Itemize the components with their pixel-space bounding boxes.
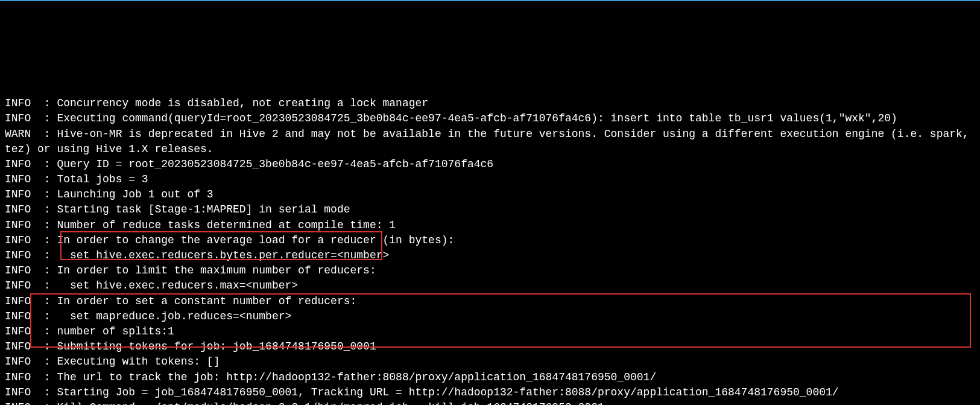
log-line: INFO : set hive.exec.reducers.max=<numbe… bbox=[5, 278, 975, 293]
log-message: : Hive-on-MR is deprecated in Hive 2 and… bbox=[5, 128, 975, 155]
log-level: INFO bbox=[5, 188, 37, 200]
log-line: INFO : Executing with tokens: [] bbox=[5, 354, 975, 369]
log-message: : Starting task [Stage-1:MAPRED] in seri… bbox=[37, 203, 350, 215]
log-level: INFO bbox=[5, 279, 37, 292]
log-line: INFO : The url to track the job: http://… bbox=[5, 370, 975, 385]
log-level: INFO bbox=[5, 325, 37, 337]
log-level: INFO bbox=[5, 401, 37, 405]
log-level: INFO bbox=[5, 264, 37, 276]
log-level: INFO bbox=[5, 295, 37, 307]
log-level: INFO bbox=[5, 219, 37, 231]
log-line: INFO : number of splits:1 bbox=[5, 324, 975, 339]
log-line: INFO : Executing command(queryId=root_20… bbox=[5, 111, 975, 126]
log-line: INFO : Total jobs = 3 bbox=[5, 172, 975, 187]
log-line: WARN : Hive-on-MR is deprecated in Hive … bbox=[5, 127, 975, 157]
log-line: INFO : Starting task [Stage-1:MAPRED] in… bbox=[5, 202, 975, 217]
log-line: INFO : Query ID = root_20230523084725_3b… bbox=[5, 157, 975, 172]
log-level: INFO bbox=[5, 371, 37, 383]
log-line: INFO : Kill Command = /opt/module/hadoop… bbox=[5, 400, 975, 405]
log-line: INFO : Concurrency mode is disabled, not… bbox=[5, 96, 975, 111]
log-message: : Number of reduce tasks determined at c… bbox=[37, 219, 396, 231]
log-message: : Executing with tokens: [] bbox=[37, 356, 220, 368]
log-line: INFO : Submitting tokens for job: job_16… bbox=[5, 339, 975, 354]
log-message: : Launching Job 1 out of 3 bbox=[37, 188, 213, 200]
log-line: INFO : Starting Job = job_1684748176950_… bbox=[5, 385, 975, 400]
log-message: : Kill Command = /opt/module/hadoop-3.3.… bbox=[37, 401, 604, 405]
log-message: : In order to set a constant number of r… bbox=[37, 295, 356, 307]
log-level: INFO bbox=[5, 203, 37, 215]
log-message: : Submitting tokens for job: job_1684748… bbox=[37, 340, 376, 352]
log-level: INFO bbox=[5, 97, 37, 109]
log-line: INFO : set hive.exec.reducers.bytes.per.… bbox=[5, 248, 975, 263]
log-message: : number of splits:1 bbox=[37, 325, 174, 337]
log-level: INFO bbox=[5, 234, 37, 246]
log-level: INFO bbox=[5, 249, 37, 261]
log-level: INFO bbox=[5, 158, 37, 170]
log-message: : Total jobs = 3 bbox=[37, 173, 148, 185]
log-line: INFO : Launching Job 1 out of 3 bbox=[5, 187, 975, 202]
log-level: INFO bbox=[5, 340, 37, 352]
log-message: : The url to track the job: http://hadoo… bbox=[37, 371, 656, 383]
log-level: INFO bbox=[5, 173, 37, 185]
window-top-border bbox=[0, 0, 980, 1]
log-line: INFO : Number of reduce tasks determined… bbox=[5, 218, 975, 233]
log-message: : set hive.exec.reducers.bytes.per.reduc… bbox=[37, 249, 389, 261]
log-level: WARN bbox=[5, 128, 37, 140]
log-level: INFO bbox=[5, 386, 37, 398]
log-level: INFO bbox=[5, 310, 37, 322]
log-level: INFO bbox=[5, 356, 37, 368]
log-message: : set hive.exec.reducers.max=<number> bbox=[37, 279, 298, 292]
log-message: : Query ID = root_20230523084725_3be0b84… bbox=[37, 158, 493, 170]
log-message: : set mapreduce.job.reduces=<number> bbox=[37, 310, 291, 322]
log-line: INFO : set mapreduce.job.reduces=<number… bbox=[5, 309, 975, 324]
log-message: : In order to change the average load fo… bbox=[37, 234, 454, 246]
log-line: INFO : In order to set a constant number… bbox=[5, 294, 975, 309]
log-message: : Concurrency mode is disabled, not crea… bbox=[37, 97, 428, 109]
log-level: INFO bbox=[5, 112, 37, 124]
log-message: : Starting Job = job_1684748176950_0001,… bbox=[37, 386, 839, 398]
log-line: INFO : In order to limit the maximum num… bbox=[5, 263, 975, 278]
terminal-output[interactable]: INFO : Concurrency mode is disabled, not… bbox=[5, 96, 975, 405]
log-line: INFO : In order to change the average lo… bbox=[5, 233, 975, 248]
log-message: : In order to limit the maximum number o… bbox=[37, 264, 376, 276]
log-message: : Executing command(queryId=root_2023052… bbox=[37, 112, 897, 124]
